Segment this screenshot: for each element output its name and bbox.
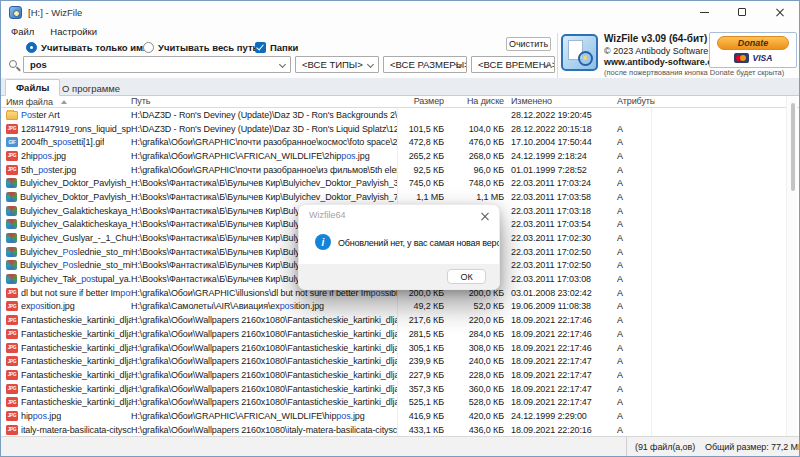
tab-files-label: Файлы: [16, 82, 49, 93]
minimize-button[interactable]: [685, 1, 723, 23]
file-size-on-disk: 360,0 КБ: [446, 384, 506, 394]
table-row[interactable]: JPGitaly-matera-basilicata-cityscapH:\gr…: [1, 423, 785, 436]
file-path: H:\DAZ3D - Ron's Deviney (Update)\Daz 3D…: [131, 124, 397, 134]
file-name: JPGFantasticheskie_kartinki_dlja_mo: [1, 343, 131, 353]
menu-settings[interactable]: Настройки: [50, 26, 97, 37]
scrollbar[interactable]: [786, 96, 797, 436]
filter-types-select[interactable]: <ВСЕ ТИПЫ>: [295, 56, 379, 73]
chevron-down-icon[interactable]: [279, 61, 286, 68]
fb2-icon: [6, 192, 17, 202]
radio-name-only[interactable]: Учитывать только имя: [26, 42, 149, 53]
close-button[interactable]: [761, 1, 799, 23]
file-size: 433,1 КБ: [397, 425, 446, 435]
dialog-close-icon[interactable]: [480, 211, 490, 221]
file-attributes: A: [613, 301, 655, 311]
file-name: JPG5th_poster.jpg: [1, 165, 131, 175]
file-modified: 18.09.2021 22:17:46: [506, 329, 613, 339]
file-name: Bulyichev_Galakticheskaya_polit: [1, 206, 131, 216]
file-attributes: A: [613, 343, 655, 353]
clear-button[interactable]: Очистить: [506, 37, 551, 51]
table-row[interactable]: JPGhippos.jpgH:\grafika\Обои\GRAPHIC\AFR…: [1, 409, 785, 423]
donate-button[interactable]: Donate: [717, 36, 789, 50]
filter-sizes-select[interactable]: <ВСЕ РАЗМЕРЫ>: [383, 56, 467, 73]
column-header-size[interactable]: Размер: [397, 96, 446, 107]
file-size-on-disk: 1,1 МБ: [446, 192, 506, 202]
table-row[interactable]: JPG1281147919_rons_liquid_splatz_H:\DAZ3…: [1, 122, 785, 136]
search-value: pos: [30, 59, 47, 70]
table-row[interactable]: Bulyichev_Doktor_Pavlyish_7_PosH:\Books\…: [1, 190, 785, 204]
file-modified: 22.03.2011 17:03:54: [506, 219, 613, 229]
table-row[interactable]: GIF2004fh_sposetti[1].gifH:\grafika\Обои…: [1, 135, 785, 149]
column-header-name[interactable]: Имя файла: [1, 96, 131, 107]
file-attributes: A: [613, 247, 655, 257]
file-path: H:\grafika\Обои\GRAPHIC\почти разобранно…: [131, 165, 397, 175]
maximize-icon: [738, 8, 746, 16]
column-header-path[interactable]: Путь: [131, 96, 397, 107]
table-row[interactable]: JPGFantasticheskie_kartinki_dlja_moH:\gr…: [1, 368, 785, 382]
file-modified: 18.09.2021 22:17:46: [506, 315, 613, 325]
file-modified: 18.09.2021 22:17:47: [506, 356, 613, 366]
file-path: H:\Books\Фантастика\Б\Булычев Кир\Bulyic…: [131, 178, 397, 188]
maximize-button[interactable]: [723, 1, 761, 23]
file-size-on-disk: 240,0 КБ: [446, 356, 506, 366]
file-size-on-disk: 528,0 КБ: [446, 397, 506, 407]
wizfile-window: [H:] - WizFile Файл Настройки Учитывать …: [0, 0, 800, 457]
ok-button[interactable]: ОК: [447, 269, 486, 284]
update-dialog: Wizfile64 i Обновлений нет, у вас самая …: [298, 204, 500, 290]
file-name: Bulyichev_Tak_postupal_ya.969: [1, 274, 131, 284]
file-size-on-disk: 268,0 КБ: [446, 151, 506, 161]
website-link[interactable]: www.antibody-software.com: [604, 57, 726, 67]
jpg-icon: JPG: [6, 397, 18, 407]
file-size: 1,1 МБ: [397, 192, 446, 202]
table-row[interactable]: JPGFantasticheskie_kartinki_dlja_moH:\gr…: [1, 313, 785, 327]
file-modified: 18.09.2021 22:17:47: [506, 384, 613, 394]
file-size-on-disk: 228,0 КБ: [446, 370, 506, 380]
filter-times-select[interactable]: <ВСЕ ВРЕМЕНА>: [471, 56, 555, 73]
mastercard-icon: [734, 53, 749, 63]
table-row[interactable]: JPGFantasticheskie_kartinki_dlja_moH:\gr…: [1, 382, 785, 396]
tab-about[interactable]: О программе: [51, 79, 131, 96]
search-input[interactable]: pos: [23, 56, 291, 73]
file-attributes: A: [613, 165, 655, 175]
table-row[interactable]: JPGFantasticheskie_kartinki_dlja_moH:\gr…: [1, 327, 785, 341]
file-size-on-disk: 96,0 КБ: [446, 165, 506, 175]
scrollbar-thumb[interactable]: [791, 103, 795, 191]
file-name: Bulyichev_Guslyar_-_1_Chudesa: [1, 233, 131, 243]
table-row[interactable]: JPGFantasticheskie_kartinki_dlja_moH:\gr…: [1, 354, 785, 368]
file-path: H:\grafika\Обои\Wallpapers 2160x1080\Fan…: [131, 397, 397, 407]
table-row[interactable]: JPG2hippos.jpgH:\grafika\Обои\GRAPHIC\AF…: [1, 149, 785, 163]
file-attributes: A: [613, 206, 655, 216]
radio-full-path[interactable]: Учитывать весь путь: [143, 42, 258, 53]
table-row[interactable]: JPGFantasticheskie_kartinki_dlja_moH:\gr…: [1, 395, 785, 409]
file-modified: 24.12.1999 2:18:24: [506, 151, 613, 161]
table-row[interactable]: JPGFantasticheskie_kartinki_dlja_moH:\gr…: [1, 341, 785, 355]
fb2-icon: [6, 260, 17, 270]
file-modified: 18.09.2021 22:17:46: [506, 343, 613, 353]
column-header-modified[interactable]: Изменено: [506, 96, 613, 107]
column-header-attributes[interactable]: Атрибуты: [613, 96, 655, 107]
file-path: H:\grafika\Обои\GRAPHIC\AFRICAN_WILDLIFE…: [131, 411, 397, 421]
file-name: JPGexposition.jpg: [1, 301, 131, 311]
column-header-disk[interactable]: На диске: [446, 96, 506, 107]
file-attributes: A: [613, 411, 655, 421]
file-size: 92,5 КБ: [397, 165, 446, 175]
file-modified: 24.12.1999 2:29:00: [506, 411, 613, 421]
fb2-icon: [6, 178, 17, 188]
file-size: 265,2 КБ: [397, 151, 446, 161]
file-modified: 18.09.2021 22:17:47: [506, 370, 613, 380]
jpg-icon: JPG: [6, 151, 18, 161]
checkbox-folders[interactable]: Папки: [255, 42, 298, 53]
folder-icon: [6, 111, 18, 120]
table-row[interactable]: JPGexposition.jpgH:\grafika\Самолеты\AIR…: [1, 300, 785, 314]
file-modified: 01.01.1999 7:28:52: [506, 165, 613, 175]
gif-icon: GIF: [6, 137, 18, 147]
menu-file[interactable]: Файл: [11, 26, 34, 37]
file-path: H:\grafika\Обои\GRAPHIC\AFRICAN_WILDLIFE…: [131, 151, 397, 161]
donate-note: (после пожертвования кнопка Donate будет…: [604, 68, 784, 77]
table-row[interactable]: Bulyichev_Doktor_Pavlyish_3_PosH:\Books\…: [1, 176, 785, 190]
table-row[interactable]: Poster ArtH:\DAZ3D - Ron's Deviney (Upda…: [1, 108, 785, 122]
file-name: JPG2hippos.jpg: [1, 151, 131, 161]
table-row[interactable]: JPG5th_poster.jpgH:\grafika\Обои\GRAPHIC…: [1, 163, 785, 177]
file-path: H:\grafika\Обои\Wallpapers 2160x1080\Fan…: [131, 370, 397, 380]
file-size: 217,6 КБ: [397, 315, 446, 325]
